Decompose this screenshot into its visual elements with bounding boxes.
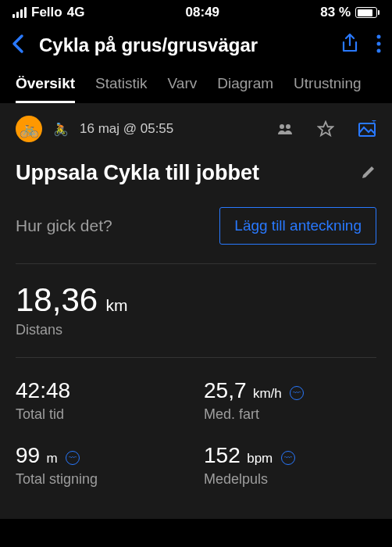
- stat-avg-hr: 152 bpm 〰 Medelpuls: [204, 443, 376, 488]
- divider: [16, 263, 376, 264]
- tab-oversikt[interactable]: Översikt: [16, 75, 75, 103]
- stat-value: 152: [204, 443, 241, 467]
- add-note-button[interactable]: Lägg till anteckning: [219, 207, 376, 245]
- stat-total-time: 42:48 Total tid: [16, 378, 188, 423]
- svg-point-0: [377, 35, 381, 39]
- distance-value: 18,36: [16, 281, 98, 318]
- stat-total-ascent: 99 m 〰 Total stigning: [16, 443, 188, 488]
- distance-label: Distans: [16, 322, 376, 338]
- tab-utrustning[interactable]: Utrustning: [294, 75, 362, 103]
- stat-unit: bpm: [247, 451, 273, 466]
- edit-button[interactable]: [361, 164, 376, 183]
- stat-label: Total stigning: [16, 471, 188, 488]
- stat-avg-speed: 25,7 km/h 〰 Med. fart: [204, 378, 376, 423]
- header: Cykla på grus/grusvägar: [0, 23, 392, 66]
- gravel-bike-icon: 🚴: [53, 122, 69, 137]
- bike-icon: 🚲: [16, 116, 42, 142]
- stat-label: Med. fart: [204, 406, 376, 423]
- svg-marker-5: [319, 122, 333, 135]
- tab-statistik[interactable]: Statistik: [95, 75, 148, 103]
- clock: 08:49: [186, 5, 219, 20]
- svg-point-2: [377, 49, 381, 53]
- svg-text:+: +: [372, 120, 376, 125]
- stat-value: 99: [16, 443, 40, 467]
- divider: [16, 357, 376, 358]
- info-icon[interactable]: 〰: [281, 451, 295, 465]
- distance-unit: km: [106, 296, 128, 314]
- back-button[interactable]: [11, 33, 25, 58]
- share-button[interactable]: [340, 34, 359, 57]
- svg-point-3: [280, 124, 284, 129]
- carrier-label: Fello: [31, 5, 62, 20]
- page-title: Cykla på grus/grusvägar: [33, 34, 333, 56]
- battery-icon: [355, 7, 380, 18]
- svg-point-1: [377, 42, 381, 46]
- stat-unit: m: [47, 451, 58, 466]
- note-prompt: Hur gick det?: [16, 216, 207, 235]
- network-label: 4G: [67, 5, 85, 20]
- signal-icon: [12, 7, 27, 18]
- stat-label: Medelpuls: [204, 471, 376, 488]
- svg-point-4: [286, 124, 290, 129]
- status-bar: Fello 4G 08:49 83 %: [0, 0, 392, 23]
- activity-content: 🚲 🚴 16 maj @ 05:55 + Uppsala Cykla till …: [0, 103, 392, 519]
- star-icon[interactable]: [317, 120, 334, 138]
- info-icon[interactable]: 〰: [290, 386, 304, 400]
- tabs: Översikt Statistik Varv Diagram Utrustni…: [0, 66, 392, 103]
- connections-icon[interactable]: [276, 123, 294, 135]
- activity-title: Uppsala Cykla till jobbet: [16, 161, 361, 185]
- stat-label: Total tid: [16, 406, 188, 423]
- activity-datetime: 16 maj @ 05:55: [80, 121, 173, 137]
- add-photo-icon[interactable]: +: [358, 120, 376, 138]
- tab-varv[interactable]: Varv: [168, 75, 198, 103]
- stat-value: 42:48: [16, 378, 70, 402]
- battery-percent: 83 %: [320, 5, 351, 20]
- info-icon[interactable]: 〰: [66, 451, 80, 465]
- tab-diagram[interactable]: Diagram: [217, 75, 273, 103]
- stat-distance: 18,36 km Distans: [16, 281, 376, 338]
- stat-unit: km/h: [253, 386, 282, 401]
- more-button[interactable]: [376, 34, 381, 56]
- stat-value: 25,7: [204, 378, 247, 402]
